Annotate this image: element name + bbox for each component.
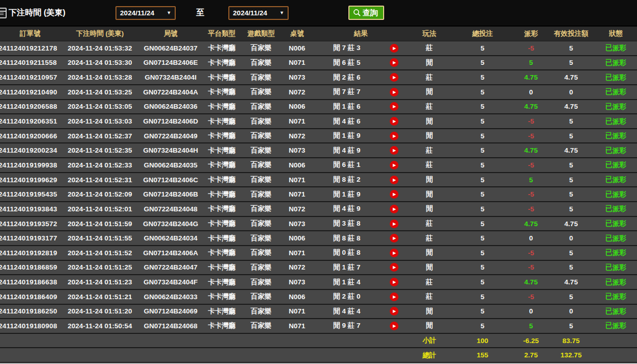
- replay-button[interactable]: ▶: [380, 117, 408, 126]
- result: 閒 1 莊 4: [314, 278, 380, 287]
- play-type: 莊: [408, 146, 451, 155]
- game-type: 百家樂: [242, 73, 280, 82]
- total-bet: 5: [451, 88, 514, 96]
- table-number: N071: [280, 249, 314, 257]
- replay-button[interactable]: ▶: [380, 249, 408, 257]
- subtotal-row: 小計 100 -6.25 83.75: [0, 334, 637, 349]
- table-number: N073: [280, 74, 314, 81]
- total-bet: 5: [451, 263, 514, 271]
- order-number: 241124019193572: [0, 220, 60, 228]
- bet-time: 2024-11-24 01:53:25: [60, 88, 139, 96]
- order-number: 241124019195435: [0, 190, 60, 198]
- date-to-select[interactable]: 2024/11/24 ▼: [228, 6, 289, 20]
- replay-button[interactable]: ▶: [380, 278, 408, 286]
- order-number: 241124019206588: [0, 103, 60, 110]
- date-to-value: 2024/11/24: [233, 9, 267, 17]
- result: 閒 6 莊 1: [314, 160, 380, 169]
- replay-button[interactable]: ▶: [380, 307, 408, 316]
- play-type: 閒: [408, 263, 451, 272]
- result: 閒 1 莊 6: [314, 102, 380, 111]
- replay-button[interactable]: ▶: [380, 88, 408, 96]
- status-badge: 已派彩: [595, 87, 637, 96]
- replay-button[interactable]: ▶: [380, 190, 408, 199]
- total-bet: 5: [451, 293, 514, 301]
- round-number: GN00624B24034: [139, 234, 202, 242]
- round-number: GN00624B24036: [139, 103, 202, 110]
- valid-bet: 5: [548, 205, 595, 213]
- total-bet: 5: [451, 220, 514, 228]
- payout: -5: [514, 205, 548, 213]
- valid-bet: 4.75: [548, 147, 595, 154]
- platform-type: 卡卡灣廳: [202, 219, 242, 228]
- game-type: 百家樂: [242, 43, 280, 53]
- table-row: 241124019210490 2024-11-24 01:53:25 GN07…: [0, 85, 637, 100]
- replay-button[interactable]: ▶: [380, 263, 408, 272]
- total-bet: 5: [451, 59, 514, 66]
- valid-bet: 5: [548, 44, 595, 52]
- payout: 4.75: [514, 220, 548, 228]
- payout: -5: [514, 249, 548, 257]
- total-bet: 5: [451, 249, 514, 257]
- grandtotal-valid-bet: 132.75: [548, 351, 595, 359]
- total-bet: 5: [451, 307, 514, 315]
- payout: -5: [514, 190, 548, 198]
- bet-time: 2024-11-24 01:50:54: [60, 322, 139, 330]
- table-number: N072: [280, 205, 314, 213]
- payout: 0: [514, 234, 548, 242]
- play-icon: ▶: [390, 132, 398, 140]
- game-type: 百家樂: [242, 117, 280, 126]
- round-number: GN07324B2404H: [139, 147, 202, 154]
- replay-button[interactable]: ▶: [380, 293, 408, 301]
- subtotal-total-bet: 100: [451, 337, 514, 345]
- replay-button[interactable]: ▶: [380, 73, 408, 82]
- round-number: GN07324B2404F: [139, 278, 202, 286]
- date-from-select[interactable]: 2024/11/24 ▼: [115, 6, 176, 20]
- bet-time: 2024-11-24 01:51:20: [60, 307, 139, 315]
- result: 閒 2 莊 0: [314, 292, 380, 301]
- status-badge: 已派彩: [595, 292, 637, 301]
- table-row: 241124019186250 2024-11-24 01:51:20 GN07…: [0, 305, 637, 320]
- replay-button[interactable]: ▶: [380, 234, 408, 242]
- status-badge: 已派彩: [595, 307, 637, 316]
- round-number: GN07224B24047: [139, 263, 202, 271]
- platform-type: 卡卡灣廳: [202, 131, 242, 140]
- round-number: GN07124B2406E: [139, 59, 202, 66]
- replay-button[interactable]: ▶: [380, 132, 408, 140]
- replay-button[interactable]: ▶: [380, 161, 408, 169]
- status-badge: 已派彩: [595, 234, 637, 243]
- platform-type: 卡卡灣廳: [202, 175, 242, 184]
- total-bet: 5: [451, 74, 514, 81]
- replay-button[interactable]: ▶: [380, 205, 408, 213]
- status-badge: 已派彩: [595, 117, 637, 126]
- game-type: 百家樂: [242, 219, 280, 228]
- replay-button[interactable]: ▶: [380, 102, 408, 111]
- subtotal-label: 小計: [408, 336, 451, 345]
- valid-bet: 5: [548, 176, 595, 184]
- replay-button[interactable]: ▶: [380, 220, 408, 228]
- header-result: 結果: [314, 29, 408, 38]
- round-number: GN07224B24049: [139, 132, 202, 140]
- total-bet: 5: [451, 161, 514, 169]
- order-number: 241124019200666: [0, 132, 60, 140]
- order-number: 241124019180908: [0, 322, 60, 330]
- replay-button[interactable]: ▶: [380, 322, 408, 330]
- play-icon: ▶: [390, 73, 398, 82]
- valid-bet: 4.75: [548, 278, 595, 286]
- platform-type: 卡卡灣廳: [202, 160, 242, 169]
- total-bet: 5: [451, 103, 514, 110]
- table-row: 241124019192819 2024-11-24 01:51:52 GN07…: [0, 246, 637, 261]
- valid-bet: 5: [548, 263, 595, 271]
- table-row: 241124019200666 2024-11-24 01:52:37 GN07…: [0, 129, 637, 144]
- bet-time: 2024-11-24 01:53:30: [60, 59, 139, 66]
- replay-button[interactable]: ▶: [380, 44, 408, 53]
- replay-button[interactable]: ▶: [380, 176, 408, 184]
- replay-button[interactable]: ▶: [380, 146, 408, 155]
- status-badge: 已派彩: [595, 263, 637, 272]
- header-game-type: 遊戲類型: [242, 29, 280, 38]
- play-icon: ▶: [390, 220, 398, 228]
- header-play-type: 玩法: [408, 29, 451, 38]
- replay-button[interactable]: ▶: [380, 58, 408, 67]
- order-number: 241124019212178: [0, 44, 60, 52]
- table-row: 241124019206588 2024-11-24 01:53:05 GN00…: [0, 100, 637, 115]
- search-button[interactable]: 查詢: [348, 6, 384, 20]
